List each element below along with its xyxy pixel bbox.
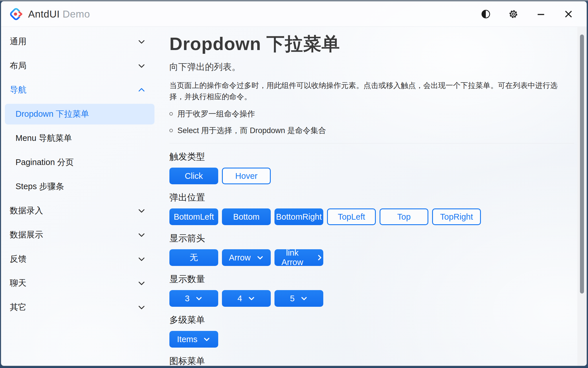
- chevron-down-icon: [137, 303, 146, 312]
- section-title-multilevel-menu: 多级菜单: [169, 314, 560, 326]
- gear-icon: [508, 9, 519, 19]
- app-title: AntdUIDemo: [28, 8, 90, 20]
- sidebar-group-navigation[interactable]: 导航: [1, 78, 158, 102]
- chevron-down-icon: [137, 279, 146, 288]
- sidebar-group-label: 数据展示: [10, 229, 137, 241]
- bottom-position-button[interactable]: Bottom: [222, 208, 271, 225]
- topright-position-button[interactable]: TopRight: [432, 208, 481, 225]
- sidebar-item-label: Pagination 分页: [16, 157, 146, 168]
- settings-button[interactable]: [503, 5, 523, 23]
- section-divider: [169, 143, 574, 143]
- sidebar-group-label: 布局: [10, 60, 137, 72]
- button-label: 3: [185, 294, 189, 303]
- sidebar-group-data-display[interactable]: 数据展示: [1, 223, 158, 247]
- count-4-dropdown[interactable]: 4: [222, 290, 271, 307]
- trigger-type-buttons: Click Hover: [169, 168, 560, 184]
- bottomright-position-button[interactable]: BottomRight: [274, 208, 323, 225]
- bullet-circle-icon: [169, 129, 173, 132]
- chevron-down-icon: [137, 255, 146, 263]
- sidebar-group-layout[interactable]: 布局: [1, 54, 158, 78]
- sidebar-group-label: 其它: [10, 302, 137, 313]
- sidebar-group-label: 数据录入: [10, 205, 137, 216]
- minimize-icon: [536, 9, 546, 19]
- sidebar-item-menu[interactable]: Menu 导航菜单: [1, 126, 158, 150]
- sidebar-group-chat[interactable]: 聊天: [1, 271, 158, 295]
- sidebar-group-general[interactable]: 通用: [1, 30, 158, 54]
- section-title-display-count: 显示数量: [169, 273, 560, 285]
- page-subtitle: 向下弹出的列表。: [169, 61, 560, 73]
- app-logo-icon: [9, 7, 23, 21]
- button-label: TopLeft: [338, 212, 365, 222]
- chevron-down-icon: [137, 37, 146, 46]
- chevron-up-icon: [137, 86, 146, 94]
- page-title: Dropdown 下拉菜单: [169, 32, 560, 56]
- scrollbar[interactable]: [577, 27, 587, 366]
- chevron-down-icon: [300, 295, 308, 302]
- bullet-text: Select 用于选择，而 Dropdown 是命令集合: [177, 125, 326, 136]
- sidebar-item-pagination[interactable]: Pagination 分页: [1, 150, 158, 175]
- sidebar-item-dropdown[interactable]: Dropdown 下拉菜单: [1, 102, 158, 126]
- chevron-down-icon: [203, 336, 210, 343]
- sidebar-group-data-entry[interactable]: 数据录入: [1, 199, 158, 223]
- button-label: BottomLeft: [174, 212, 214, 222]
- button-label: 5: [290, 294, 295, 303]
- items-dropdown[interactable]: Items: [169, 331, 218, 348]
- chevron-right-icon: [316, 254, 323, 261]
- button-label: 无: [190, 252, 198, 263]
- chevron-down-icon: [248, 295, 255, 302]
- bullet-circle-icon: [169, 112, 173, 116]
- close-button[interactable]: [558, 5, 579, 23]
- button-label: Items: [177, 335, 198, 344]
- button-label: BottomRight: [276, 212, 322, 222]
- button-label: link Arrow: [274, 248, 310, 267]
- chevron-down-icon: [195, 295, 203, 302]
- chevron-down-icon: [137, 206, 146, 215]
- sidebar-group-label: 导航: [10, 84, 137, 96]
- sidebar-group-label: 通用: [10, 36, 137, 47]
- top-position-button[interactable]: Top: [380, 208, 428, 225]
- section-title-popup-position: 弹出位置: [169, 191, 560, 204]
- chevron-down-icon: [256, 254, 264, 261]
- click-trigger-button[interactable]: Click: [169, 168, 218, 184]
- button-label: Click: [185, 171, 203, 181]
- half-moon-icon: [481, 9, 491, 19]
- display-count-buttons: 3 4 5: [169, 290, 560, 307]
- show-arrow-buttons: 无 Arrow link Arrow: [169, 249, 560, 266]
- no-arrow-button[interactable]: 无: [169, 249, 218, 266]
- chevron-down-icon: [137, 62, 146, 70]
- hover-trigger-button[interactable]: Hover: [222, 168, 271, 184]
- bottomleft-position-button[interactable]: BottomLeft: [169, 208, 218, 225]
- sidebar-group-feedback[interactable]: 反馈: [1, 247, 158, 271]
- scrollbar-thumb[interactable]: [580, 34, 584, 294]
- arrow-button[interactable]: Arrow: [222, 249, 271, 266]
- sidebar-group-label: 反馈: [10, 253, 137, 265]
- button-label: 4: [237, 294, 242, 303]
- chevron-down-icon: [137, 231, 146, 239]
- section-title-trigger-type: 触发类型: [169, 151, 560, 163]
- sidebar-item-label: Steps 步骤条: [16, 181, 146, 192]
- sidebar-group-other[interactable]: 其它: [1, 295, 158, 319]
- sidebar-item-steps[interactable]: Steps 步骤条: [1, 175, 158, 199]
- sidebar: 通用 布局 导航 Dropdown 下拉菜单 Menu 导航菜单 Paginat…: [1, 27, 158, 366]
- sidebar-group-label: 聊天: [10, 277, 137, 289]
- bullet-text: 用于收罗一组命令操作: [177, 109, 255, 119]
- main-content: Dropdown 下拉菜单 向下弹出的列表。 当页面上的操作命令过多时，用此组件…: [158, 27, 577, 366]
- button-label: Top: [397, 212, 411, 222]
- button-label: Hover: [235, 171, 257, 181]
- count-5-dropdown[interactable]: 5: [274, 290, 323, 307]
- button-label: Arrow: [229, 253, 251, 262]
- bullet-item: 用于收罗一组命令操作: [169, 109, 560, 119]
- sidebar-item-label: Menu 导航菜单: [16, 133, 146, 144]
- popup-position-buttons: BottomLeft Bottom BottomRight TopLeft To…: [169, 208, 560, 225]
- page-description: 当页面上的操作命令过多时，用此组件可以收纳操作元素。点击或移入触点，会出现一个下…: [169, 80, 560, 102]
- section-title-icon-menu: 图标菜单: [169, 355, 560, 366]
- theme-toggle-button[interactable]: [476, 5, 496, 23]
- count-3-dropdown[interactable]: 3: [169, 290, 218, 307]
- app-name-suffix: Demo: [63, 8, 90, 20]
- titlebar: AntdUIDemo: [1, 1, 587, 27]
- topleft-position-button[interactable]: TopLeft: [327, 208, 376, 225]
- sidebar-item-label: Dropdown 下拉菜单: [16, 108, 146, 120]
- minimize-button[interactable]: [531, 5, 551, 23]
- link-arrow-button[interactable]: link Arrow: [274, 249, 323, 266]
- button-label: TopRight: [440, 212, 473, 222]
